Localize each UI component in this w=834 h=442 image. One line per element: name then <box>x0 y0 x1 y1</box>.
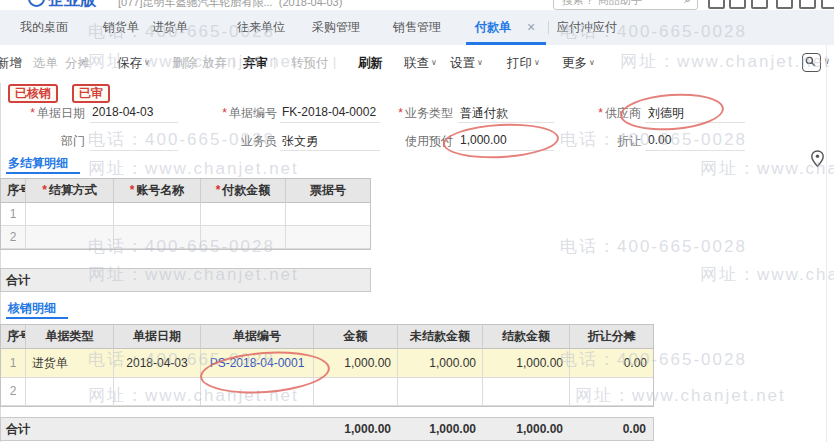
abandon-button[interactable]: 放弃 <box>202 55 227 72</box>
bill-date-label: *单据日期 <box>0 105 85 122</box>
bill-no-field[interactable]: FK-2018-04-0002 <box>282 105 376 119</box>
tab-sales-mgmt[interactable]: 销售管理 <box>393 10 441 45</box>
biz-type-label: *业务类型 <box>368 105 453 122</box>
discount-label: 折让 <box>556 133 641 150</box>
settlement-total-bar: 合计 <box>0 268 371 292</box>
col-settle-method: *结算方式 <box>26 179 114 203</box>
tab-close-icon[interactable]: × <box>527 10 535 45</box>
cell-account-name[interactable] <box>114 203 201 226</box>
search-icon[interactable]: ⌕ <box>684 0 691 6</box>
chevron-down-icon: ∨ <box>589 58 595 67</box>
tab-partners[interactable]: 往来单位 <box>237 10 285 45</box>
cell-ticket-no[interactable] <box>286 203 370 226</box>
col-unsettled-amount: 未结款金额 <box>398 325 483 349</box>
bill-date-field[interactable]: 2018-04-03 <box>92 105 153 119</box>
total-amount: 1,000.00 <box>313 422 397 436</box>
tab-separator <box>548 21 549 34</box>
cell-account-name[interactable] <box>114 226 201 249</box>
col-pay-amount: *付款金额 <box>201 179 286 203</box>
verified-stamp: 已核销 <box>8 84 58 103</box>
tab-sales-order[interactable]: 销货单 <box>103 10 139 45</box>
add-button[interactable]: 新增 <box>0 55 22 72</box>
header-home-icon[interactable] <box>708 0 725 9</box>
cell-discount-share[interactable]: 0.00 <box>570 349 653 378</box>
delete-button[interactable]: 删除 <box>172 55 197 72</box>
chevron-down-icon: ∨ <box>431 58 437 67</box>
tab-settlement-detail[interactable]: 多结算明细 <box>8 155 68 172</box>
col-seq: 序号 <box>1 179 26 203</box>
col-amount: 金额 <box>314 325 398 349</box>
cell-amount[interactable]: 1,000.00 <box>314 349 398 378</box>
prepay-field[interactable]: 1,000.00 <box>460 133 507 147</box>
cell-bill-date[interactable]: 2018-04-03 <box>114 349 201 378</box>
toolbar-separator: | <box>232 55 235 69</box>
cell-bill-no[interactable] <box>201 378 314 406</box>
row-number: 1 <box>1 203 26 226</box>
account-name: [077]昆明车盔驰汽车轮胎有限... (2018-04-03) <box>118 0 342 10</box>
verification-table: 序号 单据类型 单据日期 单据编号 金额 未结款金额 结款金额 折让分摊 1 进… <box>0 324 654 407</box>
allocate-button[interactable]: 分摊 <box>65 55 90 72</box>
bill-no-label: *单据编号 <box>190 105 277 122</box>
supplier-field[interactable]: 刘德明 <box>648 105 684 122</box>
verification-total-bar: 合计 1,000.00 1,000.00 1,000.00 0.00 <box>0 417 654 441</box>
col-settled-amount: 结款金额 <box>483 325 570 349</box>
cell-settled-amount[interactable] <box>483 378 570 406</box>
tab-purchase-order[interactable]: 进货单 <box>152 10 188 45</box>
header-settings-icon[interactable] <box>821 0 834 9</box>
chevron-down-icon: ∨ <box>477 58 483 67</box>
cell-pay-amount[interactable] <box>201 226 286 249</box>
select-bill-button[interactable]: 选单 <box>33 55 58 72</box>
bill-no-link[interactable]: PS-2018-04-0001 <box>210 356 305 370</box>
tab-verification-detail[interactable]: 核销明细 <box>8 300 56 317</box>
refresh-button[interactable]: 刷新 <box>358 55 383 72</box>
discount-field[interactable]: 0.00 <box>648 133 671 147</box>
print-button[interactable]: 打印∨ <box>507 55 540 72</box>
cell-discount-share[interactable] <box>570 378 653 406</box>
total-label: 合计 <box>1 421 313 438</box>
cell-ticket-no[interactable] <box>286 226 370 249</box>
cell-unsettled-amount[interactable]: 1,000.00 <box>398 349 483 378</box>
salesman-field[interactable]: 张文勇 <box>282 133 318 150</box>
search-placeholder: 搜索？ 商品助手 <box>562 0 642 8</box>
header-monitor-icon[interactable] <box>776 0 793 9</box>
total-label: 合计 <box>1 272 30 289</box>
cell-bill-type[interactable] <box>26 378 114 406</box>
unapprove-button[interactable]: 弃审 <box>243 55 268 72</box>
cell-pay-amount[interactable] <box>201 203 286 226</box>
header-list-icon[interactable] <box>729 0 746 9</box>
preview-magnifier-icon[interactable] <box>802 53 821 72</box>
watermark-text: 网址：www.chanjet.net <box>88 157 299 180</box>
department-label: 部门 <box>0 133 85 150</box>
col-bill-date: 单据日期 <box>114 325 201 349</box>
cell-amount[interactable] <box>314 378 398 406</box>
watermark-text: 网址：www.chanjet.net <box>700 263 834 286</box>
tab-payable-offset[interactable]: 应付冲应付 <box>557 10 617 45</box>
table-row: 1 <box>1 203 370 226</box>
table-row: 2 <box>1 378 653 406</box>
global-search-input[interactable]: 搜索？ 商品助手 ⌕ <box>553 0 698 10</box>
settings-button[interactable]: 设置∨ <box>450 55 483 72</box>
cell-settle-method[interactable] <box>26 226 114 249</box>
save-button[interactable]: 保存∨ <box>117 55 150 72</box>
cell-unsettled-amount[interactable] <box>398 378 483 406</box>
cell-bill-date[interactable] <box>114 378 201 406</box>
verification-header-row: 序号 单据类型 单据日期 单据编号 金额 未结款金额 结款金额 折让分摊 <box>1 325 653 349</box>
cell-settle-method[interactable] <box>26 203 114 226</box>
total-settled-amount: 1,000.00 <box>482 422 569 436</box>
location-pin-icon[interactable] <box>810 150 825 171</box>
prepay-label: 使用预付 <box>368 133 453 150</box>
cell-settled-amount[interactable]: 1,000.00 <box>483 349 570 378</box>
linked-query-button[interactable]: 联查∨ <box>404 55 437 72</box>
header-message-icon[interactable] <box>751 0 768 9</box>
app-header: 企业版 [077]昆明车盔驰汽车轮胎有限... (2018-04-03) 搜索？… <box>0 0 834 10</box>
tab-payment-order[interactable]: 付款单 <box>475 10 511 45</box>
settlement-header-row: 序号 *结算方式 *账号名称 *付款金额 票据号 <box>1 179 370 203</box>
cell-bill-type[interactable]: 进货单 <box>26 349 114 378</box>
to-prepay-button[interactable]: 转预付 <box>291 55 329 72</box>
tab-purchase-mgmt[interactable]: 采购管理 <box>312 10 360 45</box>
more-button[interactable]: 更多∨ <box>562 55 595 72</box>
header-service-icon[interactable] <box>799 0 816 9</box>
tab-my-desktop[interactable]: 我的桌面 <box>20 10 68 45</box>
biz-type-field[interactable]: 普通付款 <box>460 105 508 122</box>
row-number: 2 <box>1 226 26 249</box>
